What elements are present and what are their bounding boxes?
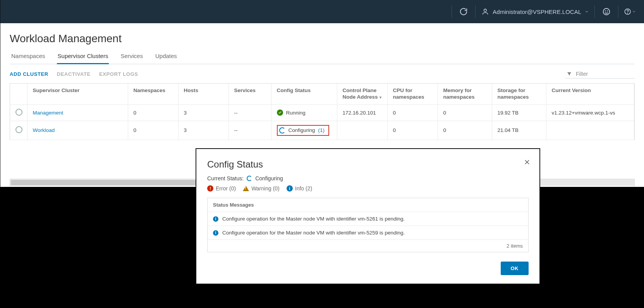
status-count: (1): [318, 127, 325, 133]
message-row: i Configure operation for the Master nod…: [208, 212, 528, 226]
message-text: Configure operation for the Master node …: [222, 230, 405, 236]
check-icon: [277, 110, 283, 116]
info-icon: i: [287, 185, 293, 192]
cell-hosts: 3: [178, 104, 228, 121]
deactivate-button: DEACTIVATE: [57, 71, 91, 77]
cell-control-plane: 172.16.20.101: [337, 104, 387, 121]
error-icon: !: [207, 185, 213, 192]
cluster-link[interactable]: Workload: [33, 127, 55, 133]
current-status-row: Current Status: Configuring: [207, 175, 529, 181]
info-icon: i: [213, 216, 218, 222]
svg-point-1: [603, 9, 610, 15]
help-icon[interactable]: [624, 5, 636, 18]
sort-indicator-icon: ▾: [380, 95, 381, 99]
cell-config-status: Configuring (1): [271, 121, 337, 140]
spinner-icon: [247, 176, 252, 181]
tab-namespaces[interactable]: Namespaces: [10, 50, 46, 64]
column-namespaces[interactable]: Namespaces: [128, 84, 178, 104]
column-cpu[interactable]: CPU for namespaces: [387, 84, 438, 104]
column-services[interactable]: Services: [228, 84, 271, 104]
toolbar: ADD CLUSTER DEACTIVATE EXPORT LOGS: [10, 70, 635, 79]
header-separator: [618, 5, 618, 18]
tab-services[interactable]: Services: [120, 50, 144, 64]
cluster-link[interactable]: Management: [33, 110, 64, 116]
user-icon: [481, 7, 489, 16]
filter-input[interactable]: [575, 70, 629, 77]
tab-updates[interactable]: Updates: [155, 50, 178, 64]
cell-storage: 19.92 TB: [492, 104, 546, 121]
svg-point-5: [627, 13, 628, 14]
svg-point-0: [484, 9, 487, 12]
column-memory[interactable]: Memory for namespaces: [438, 84, 492, 104]
cell-version: [546, 121, 634, 140]
table-row[interactable]: Workload 0 3 -- Configuring (1) 0: [10, 121, 634, 140]
column-current-version[interactable]: Current Version: [546, 84, 634, 104]
cell-namespaces: 0: [128, 121, 178, 140]
messages-footer: 2 items: [208, 240, 528, 252]
cell-config-status: Running: [271, 104, 337, 121]
column-select: [10, 84, 27, 104]
column-supervisor-cluster[interactable]: Supervisor Cluster: [27, 84, 128, 104]
info-icon: i: [213, 230, 218, 236]
status-counts: ! Error (0) Warning (0) i Info (2): [207, 185, 529, 192]
cell-cpu: 0: [387, 104, 438, 121]
scroll-thumb[interactable]: [11, 180, 211, 185]
header-separator: [452, 5, 452, 18]
warning-count[interactable]: Warning (0): [243, 185, 280, 192]
cell-control-plane: [337, 121, 387, 140]
messages-header: Status Messages: [208, 198, 528, 212]
error-count[interactable]: ! Error (0): [207, 185, 236, 192]
dialog-title: Config Status: [207, 159, 529, 170]
export-logs-button: EXPORT LOGS: [99, 71, 138, 77]
svg-point-2: [605, 11, 606, 11]
column-storage[interactable]: Storage for namespaces: [492, 84, 546, 104]
filter-field[interactable]: [565, 70, 635, 79]
row-select-radio[interactable]: [15, 126, 22, 133]
spinner-icon: [279, 127, 285, 133]
status-messages-table: Status Messages i Configure operation fo…: [207, 198, 529, 252]
feedback-icon[interactable]: [600, 5, 613, 18]
header-separator: [594, 5, 595, 18]
config-status-dialog: Config Status Current Status: Configurin…: [196, 148, 540, 284]
info-count[interactable]: i Info (2): [287, 185, 312, 192]
cell-hosts: 3: [178, 121, 228, 140]
add-cluster-button[interactable]: ADD CLUSTER: [10, 71, 48, 77]
config-status-highlighted[interactable]: Configuring (1): [277, 125, 330, 136]
filter-icon: [567, 71, 572, 77]
message-text: Configure operation for the Master node …: [222, 216, 405, 222]
user-label: Administrator@VSPHERE.LOCAL: [493, 9, 581, 15]
column-config-status[interactable]: Config Status: [271, 84, 337, 104]
warning-icon: [243, 186, 249, 191]
svg-point-3: [607, 11, 608, 11]
user-menu[interactable]: Administrator@VSPHERE.LOCAL: [481, 7, 589, 16]
status-text: Configuring: [289, 127, 315, 133]
ok-button[interactable]: OK: [501, 262, 529, 275]
cell-cpu: 0: [387, 121, 438, 140]
cell-services: --: [228, 104, 271, 121]
chevron-down-icon: [632, 9, 636, 14]
supervisor-clusters-table: Supervisor Cluster Namespaces Hosts Serv…: [10, 83, 635, 140]
current-status-value: Configuring: [255, 175, 283, 181]
message-row: i Configure operation for the Master nod…: [208, 226, 528, 240]
cell-services: --: [228, 121, 271, 140]
row-select-radio[interactable]: [15, 109, 22, 116]
cell-memory: 0: [438, 104, 492, 121]
cell-version: v1.23.12+vmware.wcp.1-vs: [546, 104, 634, 121]
column-control-plane[interactable]: Control Plane Node Address▾: [337, 84, 387, 104]
page-title: Workload Management: [10, 33, 635, 45]
cell-storage: 21.04 TB: [492, 121, 546, 140]
cell-memory: 0: [438, 121, 492, 140]
close-icon[interactable]: [523, 158, 531, 167]
cell-namespaces: 0: [128, 104, 178, 121]
status-text: Running: [286, 110, 306, 116]
app-header: Administrator@VSPHERE.LOCAL: [0, 0, 644, 23]
table-row[interactable]: Management 0 3 -- Running 1: [10, 104, 634, 121]
column-hosts[interactable]: Hosts: [178, 84, 228, 104]
tab-supervisor-clusters[interactable]: Supervisor Clusters: [57, 50, 109, 64]
chevron-down-icon: [584, 9, 589, 14]
refresh-icon[interactable]: [457, 5, 470, 18]
header-separator: [475, 5, 476, 18]
tab-bar: Namespaces Supervisor Clusters Services …: [10, 50, 635, 64]
current-status-label: Current Status:: [207, 175, 244, 181]
